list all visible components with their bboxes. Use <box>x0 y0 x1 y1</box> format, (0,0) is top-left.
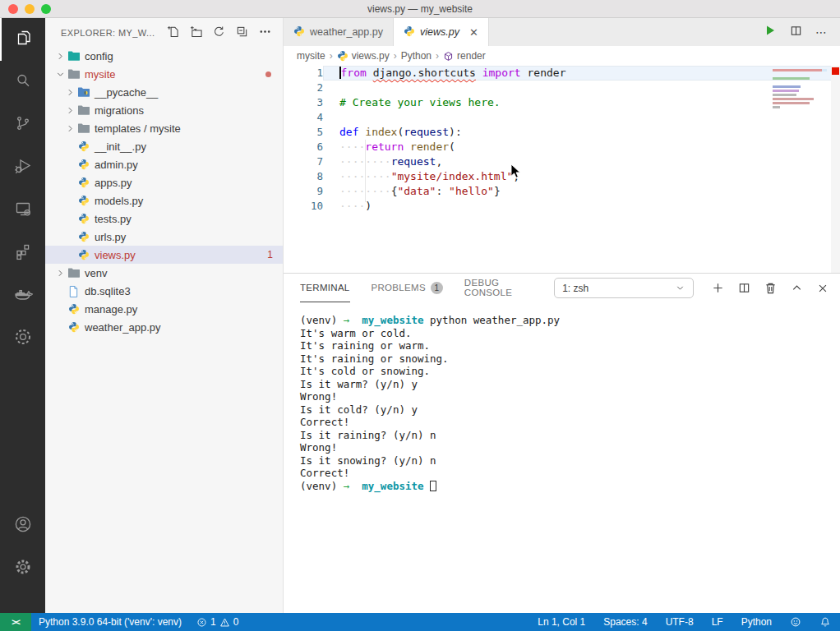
tree-item-manage-py[interactable]: manage.py <box>45 300 283 318</box>
minimize-window-button[interactable] <box>25 4 35 14</box>
indent-guide <box>365 140 366 202</box>
chevron-right-icon[interactable] <box>63 122 76 135</box>
code-line-5[interactable]: 5def index(request): <box>284 125 840 140</box>
breadcrumb-item-views-py[interactable]: views.py <box>337 50 390 62</box>
activity-bar-item-remote-explorer[interactable] <box>0 189 45 232</box>
panel-tab-debug-console[interactable]: DEBUG CONSOLE <box>464 274 533 302</box>
modified-dot-icon <box>265 71 271 77</box>
chevron-right-icon[interactable] <box>63 85 76 99</box>
python-icon <box>67 320 81 334</box>
code-line-9[interactable]: 9········{"data": "hello"} <box>284 184 840 199</box>
activity-bar-item-explorer[interactable] <box>0 18 45 61</box>
new-terminal-icon[interactable] <box>712 282 724 294</box>
tree-item-config[interactable]: config <box>45 47 283 65</box>
tree-item-label: views.py <box>95 249 136 261</box>
chevron-right-icon[interactable] <box>53 266 67 279</box>
code-line-6[interactable]: 6····return render( <box>284 140 840 154</box>
cursor-position[interactable]: Ln 1, Col 1 <box>528 613 594 631</box>
activity-bar-item-extensions[interactable] <box>0 232 45 274</box>
split-editor-icon[interactable] <box>790 25 802 40</box>
zoom-window-button[interactable] <box>41 4 51 14</box>
tree-item-db-sqlite3[interactable]: db.sqlite3 <box>45 282 283 300</box>
indentation-setting[interactable]: Spaces: 4 <box>594 613 656 631</box>
code-editor[interactable]: 1from django.shortcuts import render23# … <box>284 66 840 273</box>
terminal-line: Correct! <box>300 416 840 429</box>
activity-bar-item-docker[interactable] <box>0 274 45 317</box>
activity-bar-item-python-environment[interactable] <box>0 317 45 360</box>
tree-item-views-py[interactable]: views.py1 <box>45 246 283 264</box>
tree-item-admin-py[interactable]: admin.py <box>45 155 283 173</box>
tree-item-apps-py[interactable]: apps.py <box>45 173 283 191</box>
tree-item-weather-app-py[interactable]: weather_app.py <box>45 318 283 336</box>
tree-item-venv[interactable]: venv <box>45 264 283 282</box>
docker-icon <box>12 284 34 307</box>
eol-setting[interactable]: LF <box>703 613 732 631</box>
close-tab-icon[interactable]: ✕ <box>469 26 478 39</box>
more-actions-icon[interactable] <box>259 25 271 39</box>
editor-tab-bar: weather_app.pyviews.py✕ ⋯ <box>284 18 840 46</box>
python-icon <box>76 230 90 243</box>
new-folder-icon[interactable] <box>190 25 202 39</box>
tree-item-mysite[interactable]: mysite <box>45 65 283 83</box>
activity-bar-item-source-control[interactable] <box>0 104 45 146</box>
activity-bar-item-account[interactable] <box>0 504 45 547</box>
problems-summary[interactable]: 1 0 <box>189 613 246 631</box>
remote-indicator[interactable]: >< <box>0 613 31 631</box>
panel-tab-problems[interactable]: PROBLEMS1 <box>372 274 443 302</box>
tree-item-models-py[interactable]: models.py <box>45 191 283 210</box>
collapse-folders-icon[interactable] <box>236 25 248 39</box>
tree-item-tests-py[interactable]: tests.py <box>45 210 283 228</box>
close-window-button[interactable] <box>8 4 18 14</box>
terminal-output[interactable]: (venv) → my_website python weather_app.p… <box>284 302 840 492</box>
encoding-setting[interactable]: UTF-8 <box>657 613 703 631</box>
terminal-line: Wrong! <box>300 441 840 454</box>
tree-item-label: mysite <box>85 68 116 81</box>
tree-item-migrations[interactable]: migrations <box>45 101 283 119</box>
python-icon <box>404 25 415 39</box>
tree-item-init-py[interactable]: __init__.py <box>45 137 283 155</box>
feedback-icon[interactable] <box>781 613 810 631</box>
new-file-icon[interactable] <box>167 25 179 39</box>
notifications-bell-icon[interactable] <box>810 613 840 631</box>
settings-gear-icon <box>13 557 33 580</box>
maximize-panel-icon[interactable] <box>791 282 803 294</box>
breadcrumb-item-render[interactable]: render <box>443 50 486 62</box>
tree-item-urls-py[interactable]: urls.py <box>45 228 283 246</box>
overview-ruler[interactable] <box>831 66 840 273</box>
split-terminal-icon[interactable] <box>738 282 750 294</box>
code-line-3[interactable]: 3# Create your views here. <box>284 95 840 110</box>
remote-icon: >< <box>12 618 20 627</box>
chevron-right-icon[interactable] <box>53 49 67 62</box>
panel-tab-terminal[interactable]: TERMINAL <box>300 274 350 302</box>
code-line-7[interactable]: 7········request, <box>284 154 840 169</box>
code-line-4[interactable]: 4 <box>284 110 840 125</box>
code-line-1[interactable]: 1from django.shortcuts import render <box>284 66 840 81</box>
tree-item-templates-mysite[interactable]: templates / mysite <box>45 119 283 137</box>
code-line-10[interactable]: 10····) <box>284 199 840 214</box>
kill-terminal-icon[interactable] <box>764 282 777 294</box>
python-icon <box>67 302 81 316</box>
code-line-2[interactable]: 2 <box>284 81 840 95</box>
more-editor-actions-icon[interactable]: ⋯ <box>815 25 827 39</box>
tree-item-label: templates / mysite <box>95 122 181 135</box>
breadcrumb-item-python[interactable]: Python <box>401 50 432 62</box>
activity-bar-item-settings[interactable] <box>0 547 45 590</box>
editor-tab-views-py[interactable]: views.py✕ <box>394 18 489 46</box>
refresh-icon[interactable] <box>213 25 225 39</box>
chevron-right-icon[interactable] <box>63 104 76 117</box>
twistie-spacer <box>63 248 76 261</box>
minimap[interactable] <box>773 69 827 110</box>
code-line-text: def index(request): <box>323 125 840 140</box>
terminal-shell-selector[interactable]: 1: zsh <box>554 278 694 298</box>
close-panel-icon[interactable] <box>817 283 828 294</box>
activity-bar-item-run-and-debug[interactable] <box>0 146 45 189</box>
breadcrumb-item-mysite[interactable]: mysite <box>297 50 325 62</box>
tree-item-pycache[interactable]: __pycache__ <box>45 83 283 101</box>
run-python-file-button[interactable] <box>764 24 777 40</box>
chevron-down-icon[interactable] <box>53 67 67 81</box>
language-mode[interactable]: Python <box>732 613 781 631</box>
editor-tab-weather-app-py[interactable]: weather_app.py <box>284 18 394 46</box>
code-line-8[interactable]: 8········"mysite/index.html", <box>284 169 840 184</box>
activity-bar-item-search[interactable] <box>0 61 45 104</box>
python-interpreter[interactable]: Python 3.9.0 64-bit ('venv': venv) <box>31 613 189 631</box>
